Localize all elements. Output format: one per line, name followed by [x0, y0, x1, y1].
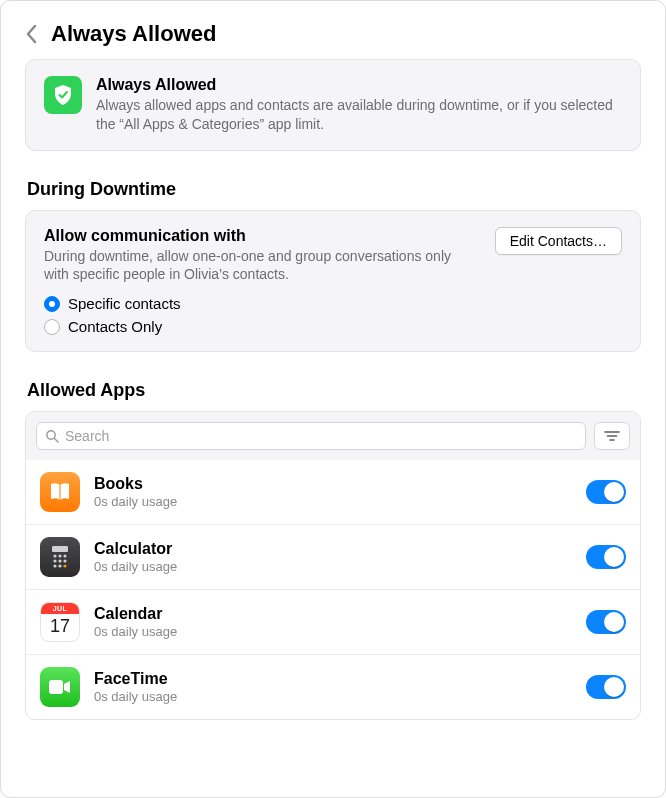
app-toggle-facetime[interactable] [586, 675, 626, 699]
app-toggle-calendar[interactable] [586, 610, 626, 634]
svg-point-12 [63, 560, 66, 563]
svg-point-13 [53, 565, 56, 568]
app-usage: 0s daily usage [94, 624, 572, 639]
summary-title: Always Allowed [96, 76, 622, 94]
communication-description: During downtime, allow one-on-one and gr… [44, 247, 464, 283]
app-name: Calculator [94, 540, 572, 558]
summary-card: Always Allowed Always allowed apps and c… [25, 59, 641, 151]
calendar-icon: JUL 17 [40, 602, 80, 642]
calendar-month: JUL [41, 603, 79, 614]
svg-point-8 [58, 555, 61, 558]
allowed-apps-card: Books 0s daily usage [25, 411, 641, 720]
svg-line-1 [54, 438, 58, 442]
radio-icon [44, 319, 60, 335]
app-usage: 0s daily usage [94, 494, 572, 509]
app-toggle-books[interactable] [586, 480, 626, 504]
downtime-section-title: During Downtime [27, 179, 641, 200]
svg-point-11 [58, 560, 61, 563]
facetime-icon [40, 667, 80, 707]
app-usage: 0s daily usage [94, 689, 572, 704]
svg-point-7 [53, 555, 56, 558]
app-toggle-calculator[interactable] [586, 545, 626, 569]
calculator-icon [40, 537, 80, 577]
search-input[interactable] [65, 428, 577, 444]
app-name: Books [94, 475, 572, 493]
app-name: Calendar [94, 605, 572, 623]
app-row-books: Books 0s daily usage [26, 460, 640, 525]
svg-rect-6 [52, 546, 68, 552]
radio-label: Contacts Only [68, 318, 162, 335]
svg-point-15 [63, 565, 66, 568]
app-row-calendar: JUL 17 Calendar 0s daily usage [26, 590, 640, 655]
svg-point-10 [53, 560, 56, 563]
books-icon [40, 472, 80, 512]
app-usage: 0s daily usage [94, 559, 572, 574]
search-icon [45, 429, 59, 443]
summary-description: Always allowed apps and contacts are ava… [96, 96, 622, 134]
app-name: FaceTime [94, 670, 572, 688]
radio-icon [44, 296, 60, 312]
svg-point-14 [58, 565, 61, 568]
svg-rect-16 [49, 680, 63, 694]
filter-icon [604, 430, 620, 442]
filter-button[interactable] [594, 422, 630, 450]
allowed-apps-section-title: Allowed Apps [27, 380, 641, 401]
radio-option-contacts-only[interactable]: Contacts Only [44, 318, 622, 335]
svg-point-9 [63, 555, 66, 558]
app-row-calculator: Calculator 0s daily usage [26, 525, 640, 590]
edit-contacts-button[interactable]: Edit Contacts… [495, 227, 622, 255]
communication-card: Allow communication with During downtime… [25, 210, 641, 352]
always-allowed-icon [44, 76, 82, 114]
radio-option-specific-contacts[interactable]: Specific contacts [44, 295, 622, 312]
back-button[interactable] [25, 24, 39, 44]
radio-label: Specific contacts [68, 295, 181, 312]
search-field[interactable] [36, 422, 586, 450]
app-row-facetime: FaceTime 0s daily usage [26, 655, 640, 719]
communication-title: Allow communication with [44, 227, 485, 245]
calendar-day: 17 [50, 616, 70, 637]
page-title: Always Allowed [51, 21, 216, 47]
